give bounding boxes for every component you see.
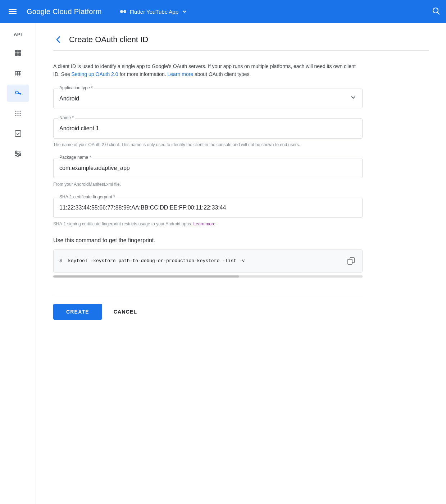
name-group: Name * The name of your OAuth 2.0 client… [53, 118, 363, 148]
fingerprint-section: Use this command to get the fingerprint.… [53, 237, 363, 278]
sha1-learn-more-link[interactable]: Learn more [194, 221, 215, 226]
project-name: Flutter YouTube App [130, 9, 178, 15]
header-search-button[interactable] [432, 6, 440, 17]
page-title: Create OAuth client ID [69, 35, 148, 44]
dots-grid-icon [14, 109, 22, 117]
name-field-container: Name * [53, 118, 363, 139]
app-header: Google Cloud Platform Flutter YouTube Ap… [0, 0, 446, 23]
consent-icon [14, 130, 22, 138]
app-title: Google Cloud Platform [27, 8, 102, 16]
package-name-field-container: Package name * [53, 158, 363, 178]
svg-rect-15 [17, 71, 18, 76]
svg-line-5 [438, 13, 440, 15]
back-arrow-icon [53, 35, 63, 45]
scrollbar-thumb [53, 275, 239, 278]
main-content: Create OAuth client ID A client ID is us… [36, 23, 446, 504]
svg-point-21 [15, 111, 16, 112]
svg-point-28 [17, 115, 18, 116]
svg-point-4 [433, 8, 438, 13]
application-type-group: Application type * Android Web applicati… [53, 89, 363, 108]
name-input[interactable] [54, 119, 362, 138]
library-icon [14, 69, 22, 77]
copy-button[interactable] [346, 256, 356, 266]
application-type-select-wrapper: Android Web application Chrome App iOS D… [54, 89, 362, 108]
menu-button[interactable] [6, 6, 19, 17]
sidebar-item-consent[interactable] [7, 125, 29, 142]
oauth-form: Application type * Android Web applicati… [53, 89, 363, 320]
sha1-group: SHA-1 certificate fingerprint * SHA-1 si… [53, 198, 363, 227]
svg-point-36 [17, 155, 18, 157]
svg-point-34 [15, 151, 17, 153]
application-type-select[interactable]: Android Web application Chrome App iOS D… [54, 89, 362, 108]
svg-point-35 [19, 153, 21, 155]
sha1-field-container: SHA-1 certificate fingerprint * [53, 198, 363, 218]
chevron-down-icon [181, 8, 188, 15]
application-type-field: Application type * Android Web applicati… [53, 89, 363, 108]
project-icon [119, 8, 127, 15]
sidebar-item-settings[interactable] [7, 145, 29, 162]
learn-more-link-1[interactable]: Learn more [168, 71, 194, 77]
page-description: A client ID is used to identify a single… [53, 62, 363, 78]
copy-icon [347, 257, 355, 265]
svg-point-17 [15, 91, 18, 94]
command-text: keytool -keystore path-to-debug-or-produ… [68, 258, 343, 264]
api-logo: API [12, 30, 23, 39]
page-header: Create OAuth client ID [53, 35, 429, 51]
svg-point-25 [17, 113, 18, 114]
svg-point-3 [124, 11, 125, 12]
package-name-hint: From your AndroidManifest.xml file. [53, 181, 363, 188]
package-name-group: Package name * From your AndroidManifest… [53, 158, 363, 188]
name-hint: The name of your OAuth 2.0 client. This … [53, 141, 363, 148]
page-layout: API [0, 23, 446, 504]
svg-point-26 [19, 113, 21, 114]
sidebar-item-library[interactable] [7, 64, 29, 82]
oauth-setup-link[interactable]: Setting up OAuth 2.0 [72, 71, 118, 77]
description-text-2: for more information. [119, 71, 166, 77]
svg-point-29 [19, 115, 21, 116]
svg-rect-6 [15, 50, 18, 53]
name-label: Name * [58, 115, 75, 120]
command-prompt: $ [59, 258, 65, 264]
credentials-icon [14, 89, 22, 97]
sidebar: API [0, 23, 36, 504]
cancel-button[interactable]: CANCEL [111, 304, 140, 320]
sidebar-item-credentials[interactable] [7, 85, 29, 102]
svg-rect-9 [18, 53, 21, 56]
sha1-hint: SHA-1 signing certificate fingerprint re… [53, 221, 363, 227]
create-button[interactable]: CREATE [53, 304, 102, 320]
package-name-label: Package name * [58, 155, 92, 160]
sha1-label: SHA-1 certificate fingerprint * [58, 194, 117, 199]
svg-rect-14 [15, 71, 16, 76]
description-text-3: about OAuth client types. [195, 71, 251, 77]
svg-rect-7 [18, 50, 21, 53]
svg-point-27 [15, 115, 16, 116]
dashboard-icon [14, 49, 22, 57]
svg-rect-16 [19, 71, 20, 76]
settings-icon [14, 150, 22, 158]
svg-point-0 [120, 10, 123, 13]
svg-point-23 [19, 111, 21, 112]
horizontal-scrollbar[interactable] [53, 275, 363, 278]
sidebar-item-dots[interactable] [7, 105, 29, 122]
sidebar-item-dashboard[interactable] [7, 44, 29, 62]
search-icon [432, 6, 440, 15]
svg-point-22 [17, 111, 18, 112]
svg-point-24 [15, 113, 16, 114]
package-name-input[interactable] [54, 158, 362, 178]
back-button[interactable] [53, 35, 63, 45]
command-box: $ keytool -keystore path-to-debug-or-pro… [53, 249, 363, 273]
fingerprint-title: Use this command to get the fingerprint. [53, 237, 363, 244]
sha1-input[interactable] [54, 198, 362, 217]
svg-rect-30 [15, 131, 21, 136]
svg-rect-8 [15, 53, 18, 56]
form-actions: CREATE CANCEL [53, 295, 363, 320]
svg-rect-38 [348, 259, 352, 264]
project-selector[interactable]: Flutter YouTube App [116, 6, 191, 17]
